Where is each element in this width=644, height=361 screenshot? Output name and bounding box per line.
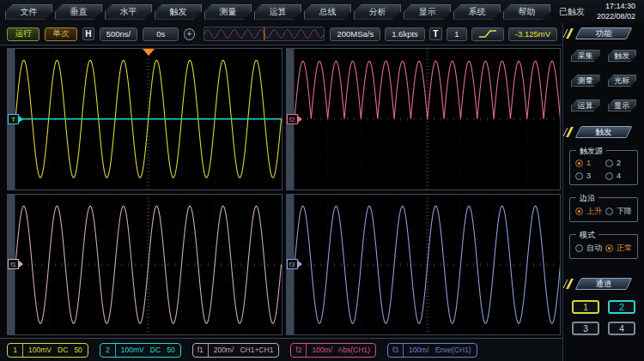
menu-vertical[interactable]: 垂直 [55, 4, 102, 20]
f1-marker-arrow [19, 261, 23, 268]
ch1-badge-id: 1 [8, 346, 22, 354]
zoom-in-icon[interactable]: + [184, 28, 195, 40]
channel-button-grid: 1 2 3 4 [563, 290, 644, 335]
channel-section-header: 通道 [578, 278, 629, 290]
ch1-status-badge[interactable]: 1 100mV DC 50 [7, 343, 88, 358]
record-length-button[interactable]: 1.6kpts [385, 27, 425, 41]
radio-icon [575, 159, 583, 167]
timebase-button[interactable]: 500ns/ [100, 27, 138, 41]
trigger-position-marker[interactable] [143, 49, 155, 56]
header-slash-icon [566, 127, 574, 137]
function-button-grid: 采集 触发 测量 光标 运算 显示 [563, 39, 644, 111]
menu-help[interactable]: 帮助 [503, 4, 550, 20]
f1-badge-text: 200m/ CH1+CH1 [209, 346, 279, 354]
radio-label: 上升 [586, 206, 602, 217]
func-measure-button[interactable]: 测量 [571, 75, 600, 87]
channel-2-button[interactable]: 2 [608, 300, 635, 314]
menu-file[interactable]: 文件 [5, 4, 52, 20]
channel-4-button[interactable]: 4 [608, 322, 635, 335]
scope-view-ch1: T [7, 48, 283, 190]
f2-status-badge[interactable]: f2 100m/ Abs(CH1) [290, 343, 376, 358]
func-cursor-button[interactable]: 光标 [608, 75, 637, 87]
menu-trigger[interactable]: 触发 [155, 4, 202, 20]
channel-1-button[interactable]: 1 [572, 300, 599, 314]
radio-label: 正常 [617, 243, 632, 254]
f1-plot [15, 195, 282, 335]
mode-auto-radio[interactable]: 自动 [575, 243, 604, 254]
f1-marker-label: f1 [8, 259, 19, 269]
date-text: 2022/08/02 [597, 12, 635, 22]
radio-icon [575, 208, 583, 215]
trigger-level-marker[interactable]: T [8, 114, 23, 124]
ch2-status-badge[interactable]: 2 100mV DC 50 [100, 343, 181, 358]
scope-view-f1: f1 [7, 194, 283, 336]
channel-3-button[interactable]: 3 [572, 322, 599, 335]
badge-divider [115, 344, 116, 357]
badge-divider [403, 344, 404, 357]
acquisition-toolbar: 运行 单次 H 500ns/ 0s + 200MSa/s 1.6kpts T 1 [0, 23, 562, 45]
waveform-preview-strip[interactable] [204, 27, 325, 41]
trigger-source-radio-3[interactable]: 3 [575, 171, 604, 180]
rising-edge-icon[interactable] [471, 27, 504, 41]
func-math-button[interactable]: 运算 [571, 99, 600, 111]
f1-channel-marker[interactable]: f1 [8, 259, 23, 269]
single-button[interactable]: 单次 [45, 27, 77, 41]
edge-falling-radio[interactable]: 下降 [605, 206, 634, 217]
menu-system[interactable]: 系统 [453, 4, 501, 20]
menu-display[interactable]: 显示 [404, 4, 451, 20]
radio-label: 2 [617, 159, 621, 167]
trigger-source-radio-1[interactable]: 1 [575, 159, 604, 167]
edge-rising-radio[interactable]: 上升 [575, 206, 604, 217]
radio-label: 1 [586, 159, 591, 167]
menu-bus[interactable]: 总线 [304, 4, 351, 20]
trigger-mode-group: 模式 自动 正常 [569, 234, 638, 259]
mode-normal-radio[interactable]: 正常 [605, 243, 634, 254]
f2-channel-marker[interactable]: f2 [287, 114, 302, 124]
trigger-source-radio-4[interactable]: 4 [605, 171, 634, 180]
trigger-level-marker-label: T [8, 114, 19, 124]
radio-label: 下降 [617, 206, 632, 217]
status-cluster: 已触发 17:14:30 2022/08/02 [559, 2, 637, 21]
trigger-source-group: 触发源 1 2 3 4 [569, 150, 638, 185]
trigger-level-marker-arrow [19, 116, 23, 123]
f2-plot [295, 49, 561, 190]
run-button[interactable]: 运行 [7, 27, 39, 41]
clock: 17:14:30 2022/08/02 [597, 2, 635, 21]
trigger-source-radio-2[interactable]: 2 [605, 159, 634, 167]
ch1-waveform [15, 49, 282, 190]
f2-badge-text: 100m/ Abs(CH1) [307, 346, 375, 354]
ch1-badge-text: 100mV DC 50 [23, 346, 88, 354]
func-acquire-button[interactable]: 采集 [571, 50, 600, 62]
time-text: 17:14:30 [597, 2, 635, 12]
f3-status-badge[interactable]: f3 100m/ Enve(CH1) [387, 343, 477, 358]
trigger-edge-group: 边沿 上升 下降 [569, 197, 638, 222]
sample-rate-button[interactable]: 200MSa/s [330, 27, 380, 41]
menu-measure[interactable]: 测量 [204, 4, 252, 20]
radio-label: 4 [617, 171, 621, 180]
menu-bar: 文件 垂直 水平 触发 测量 运算 总线 分析 显示 系统 帮助 已触发 17:… [0, 0, 644, 23]
trigger-badge: T [429, 27, 442, 40]
horizontal-offset-button[interactable]: 0s [143, 27, 179, 41]
trigger-source-group-label: 触发源 [576, 146, 606, 157]
header-slash-icon [566, 28, 574, 39]
scope-view-f2: f2 [286, 48, 562, 190]
badge-divider [208, 344, 209, 357]
trigger-mode-group-label: 模式 [576, 230, 598, 241]
menu-horizontal[interactable]: 水平 [105, 4, 152, 20]
control-sidebar: 功能 采集 触发 测量 光标 运算 显示 触发 触发源 1 2 3 [562, 23, 644, 361]
f1-status-badge[interactable]: f1 200m/ CH1+CH1 [192, 343, 280, 358]
func-display-button[interactable]: 显示 [608, 99, 637, 111]
radio-icon [575, 172, 583, 180]
trigger-level-button[interactable]: -3.125mV [508, 27, 557, 41]
radio-icon [605, 172, 613, 180]
menu-math[interactable]: 运算 [254, 4, 301, 20]
f3-channel-marker[interactable]: f3 [287, 259, 302, 269]
f2-marker-arrow [298, 116, 302, 123]
func-trigger-button[interactable]: 触发 [608, 50, 637, 62]
menu-analyze[interactable]: 分析 [354, 4, 401, 20]
radio-icon [575, 244, 583, 252]
radio-label: 3 [586, 171, 591, 180]
channel-status-bar: 1 100mV DC 50 2 100mV DC 50 f1 200m/ CH1… [0, 338, 562, 361]
badge-divider [306, 344, 307, 357]
trigger-source-button[interactable]: 1 [447, 27, 467, 41]
